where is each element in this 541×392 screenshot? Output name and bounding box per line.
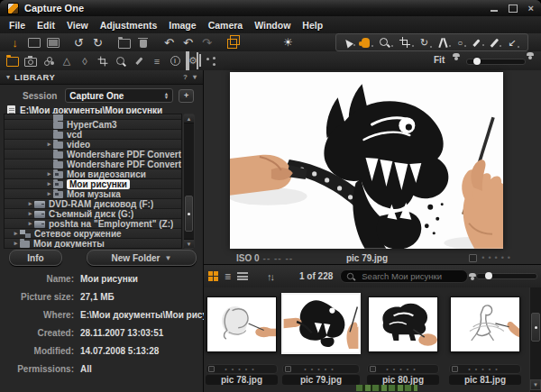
undo-alt-icon[interactable]: ↶ bbox=[180, 35, 196, 50]
maximize-button[interactable] bbox=[509, 5, 518, 13]
scroll-down-icon[interactable]: ▼ bbox=[184, 239, 194, 248]
undo-icon[interactable]: ↶ bbox=[161, 35, 177, 50]
tree-item[interactable]: ▸ Мои видеозаписи bbox=[5, 169, 181, 179]
sort-icon[interactable]: ↑↓ bbox=[267, 271, 273, 282]
panel-menu-caret-icon[interactable]: ▾ bbox=[193, 73, 197, 81]
close-button[interactable]: × bbox=[528, 4, 534, 13]
menu-file[interactable]: File bbox=[9, 20, 25, 31]
menu-camera[interactable]: Camera bbox=[208, 20, 243, 31]
search-input[interactable] bbox=[360, 270, 462, 282]
thumbnail-cell[interactable]: ••••• pic 80.jpg bbox=[366, 287, 440, 392]
pan-hand-tool[interactable] bbox=[362, 38, 373, 48]
expand-arrow-icon[interactable]: ▸ bbox=[45, 170, 53, 178]
select-cursor-tool[interactable] bbox=[344, 39, 355, 47]
tree-item[interactable]: ▸ Моя музыка bbox=[5, 189, 181, 199]
session-select[interactable]: Capture One ▲▼ bbox=[65, 88, 173, 103]
thumbnail-rating[interactable]: ••••• bbox=[206, 364, 278, 374]
view-grid-icon[interactable] bbox=[171, 53, 179, 69]
tree-item-selected[interactable]: ▸ Мои рисунки bbox=[5, 179, 181, 189]
crop-tool[interactable] bbox=[399, 37, 414, 48]
tree-item[interactable]: ▸ vcd bbox=[5, 130, 181, 140]
rating-dots[interactable]: ••••• bbox=[481, 255, 514, 261]
thumbnail-image[interactable] bbox=[450, 296, 520, 352]
filmstrip-scrollbar-thumb[interactable] bbox=[531, 313, 540, 342]
rating-checkbox[interactable] bbox=[469, 254, 477, 262]
browser-grid-icon[interactable] bbox=[208, 271, 218, 281]
tree-scrollbar[interactable]: ▲ ▼ bbox=[183, 114, 195, 249]
expand-arrow-icon[interactable]: ▸ bbox=[12, 240, 20, 247]
main-image[interactable] bbox=[230, 72, 503, 249]
add-session-button[interactable]: + bbox=[179, 89, 194, 103]
thumbnail-cell[interactable]: ••••• pic 78.jpg bbox=[205, 287, 279, 392]
tree-item[interactable]: ▸ video bbox=[5, 140, 181, 150]
tree-item[interactable]: ▸ Съемный диск (G:) bbox=[5, 209, 181, 219]
tab-retouch[interactable] bbox=[133, 57, 145, 65]
menu-edit[interactable]: Edit bbox=[37, 20, 55, 31]
tab-lens[interactable]: ◊ bbox=[78, 56, 91, 67]
info-button[interactable]: Info bbox=[9, 250, 62, 266]
search-box[interactable] bbox=[340, 269, 468, 283]
tree-item[interactable]: ▸ HyperCam3 bbox=[5, 120, 181, 130]
scroll-up-icon[interactable]: ▲ bbox=[184, 114, 194, 123]
auto-adjust-icon[interactable]: ☀ bbox=[280, 35, 296, 50]
browser-list-icon[interactable]: ≡ bbox=[225, 270, 231, 283]
tree-item[interactable]: ▸ Wondershare PDF Converter Pro bbox=[5, 160, 181, 169]
browser-filmstrip-icon[interactable] bbox=[237, 272, 248, 280]
import-arrow-icon[interactable]: ↓ bbox=[7, 35, 23, 50]
expand-arrow-icon[interactable]: ▸ bbox=[45, 190, 53, 197]
thumbnail-image[interactable] bbox=[281, 293, 361, 354]
thumbnail-rating[interactable]: ••••• bbox=[282, 364, 360, 374]
thumbnail-filename[interactable]: pic 81.jpg bbox=[449, 375, 521, 385]
thumbnail-cell-selected[interactable]: ••••• pic 79.jpg bbox=[281, 287, 361, 392]
menu-help[interactable]: Help bbox=[302, 20, 323, 31]
trash-icon[interactable] bbox=[135, 35, 151, 50]
ellipse-tool[interactable]: ○ bbox=[457, 38, 466, 48]
thumbnail-image[interactable] bbox=[368, 296, 438, 352]
thumbnail-filename[interactable]: pic 80.jpg bbox=[367, 375, 439, 385]
filmstrip-scroll-down[interactable]: ▼ bbox=[530, 379, 541, 390]
tab-color[interactable] bbox=[42, 57, 55, 66]
tree-item[interactable]: ▸ Сетевое окружение bbox=[5, 229, 181, 239]
zoom-loupe-tool[interactable] bbox=[380, 37, 393, 48]
minimize-button[interactable] bbox=[491, 10, 498, 12]
rotate-cw-icon[interactable]: ↻ bbox=[90, 35, 105, 50]
filmstrip-scrollbar[interactable]: ▼ bbox=[529, 287, 541, 392]
tab-output[interactable] bbox=[205, 57, 217, 66]
thumb-size-slider[interactable] bbox=[476, 273, 537, 279]
monitor-proof-icon[interactable] bbox=[45, 35, 60, 50]
menu-window[interactable]: Window bbox=[254, 20, 290, 31]
fit-zoom-label[interactable]: Fit bbox=[434, 55, 445, 65]
tab-details[interactable]: ≡ bbox=[151, 56, 163, 67]
session-stepper-icon[interactable]: ▲▼ bbox=[164, 92, 169, 100]
tree-item[interactable]: ▸ poshta на "Employment" (Z:) bbox=[5, 219, 181, 229]
tree-item[interactable]: ▸ DVD-RAM дисковод (F:) bbox=[5, 199, 181, 209]
expand-arrow-icon[interactable]: ▸ bbox=[45, 180, 53, 187]
library-header[interactable]: ▾ LIBRARY ? ▾ bbox=[0, 70, 203, 85]
viewer-zoom-slider[interactable] bbox=[466, 59, 526, 65]
eyedropper-tool[interactable] bbox=[472, 39, 484, 47]
thumbnail-image[interactable] bbox=[206, 296, 277, 352]
expand-arrow-icon[interactable]: ▸ bbox=[26, 220, 34, 227]
thumbnail-filename[interactable]: pic 79.jpg bbox=[282, 375, 360, 385]
expand-arrow-icon[interactable]: ▸ bbox=[26, 210, 34, 217]
dual-monitor-icon[interactable] bbox=[26, 35, 41, 50]
view-single-icon[interactable] bbox=[186, 53, 189, 69]
tree-scrollbar-thumb[interactable] bbox=[185, 196, 193, 232]
thumbnail-rating[interactable]: ••••• bbox=[449, 364, 521, 374]
expand-arrow-icon[interactable]: ▸ bbox=[12, 230, 20, 237]
thumbnail-cell[interactable]: ••••• pic 81.jpg bbox=[448, 287, 522, 392]
tab-crop[interactable] bbox=[96, 56, 109, 67]
straighten-tool[interactable] bbox=[438, 38, 451, 48]
menu-view[interactable]: View bbox=[67, 20, 88, 31]
view-framed-icon[interactable] bbox=[197, 53, 198, 69]
zoom-slider-knob[interactable] bbox=[473, 58, 481, 65]
tab-library[interactable] bbox=[6, 55, 19, 67]
tree-item[interactable]: ▸ Мои документы bbox=[5, 239, 181, 249]
tab-focus[interactable] bbox=[115, 56, 127, 67]
rotate-tool[interactable]: ↻ bbox=[420, 37, 432, 49]
duplicate-stack-icon[interactable] bbox=[225, 35, 241, 50]
title-bar[interactable]: Capture One × bbox=[0, 0, 541, 17]
tab-exposure[interactable]: △ bbox=[60, 55, 73, 67]
redo-icon[interactable]: ↷ bbox=[199, 35, 215, 50]
thumbnail-rating[interactable]: ••••• bbox=[367, 364, 439, 374]
